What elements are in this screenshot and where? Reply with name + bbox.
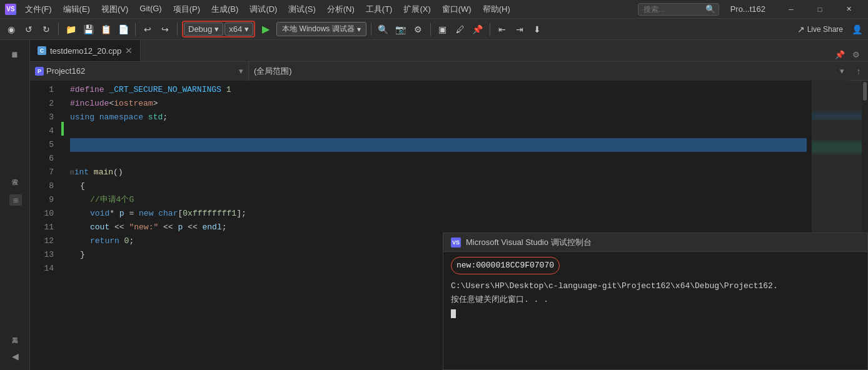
toolbar-btn-11[interactable]: ▣ — [435, 22, 450, 37]
token-comment: //申请4个G — [90, 193, 134, 207]
menu-test[interactable]: 测试(S) — [283, 2, 320, 16]
tab-settings-button[interactable]: ⚙ — [849, 48, 863, 61]
toolbar-btn-6[interactable]: 📋 — [98, 22, 113, 37]
run-button[interactable]: ▶ — [258, 21, 274, 38]
toolbar-btn-8[interactable]: 🔍 — [376, 22, 391, 37]
punct-bracket2: ]; — [236, 209, 246, 218]
title-bar-right: 🔍 Pro...t162 ─ □ ✕ — [638, 0, 863, 19]
punct-eq: = — [124, 209, 139, 218]
context-scope-selector[interactable]: (全局范围) ▾ — [249, 62, 849, 81]
toolbar-btn-15[interactable]: ⇥ — [512, 22, 527, 37]
platform-arrow: ▾ — [245, 24, 249, 34]
toolbar-btn-1[interactable]: ◉ — [4, 22, 19, 37]
scrollbar-thumb[interactable] — [863, 82, 867, 101]
token-gt: > — [153, 97, 158, 111]
maximize-button[interactable]: □ — [805, 0, 834, 19]
line-num-12: 12 — [30, 234, 54, 248]
menu-view[interactable]: 视图(V) — [96, 2, 133, 16]
fold-icon-7[interactable]: ⊟ — [70, 166, 74, 179]
tab-pin-button[interactable]: 📌 — [833, 48, 847, 61]
close-button[interactable]: ✕ — [834, 0, 863, 19]
menu-project[interactable]: 项目(P) — [168, 2, 205, 16]
menu-extensions[interactable]: 扩展(X) — [398, 2, 435, 16]
punct-semi: ; — [222, 222, 227, 232]
sep-1 — [58, 23, 59, 36]
tab-testdemo[interactable]: C testdemo12_20.cpp ✕ — [30, 40, 141, 61]
toolbar-btn-10[interactable]: ⚙ — [411, 22, 426, 37]
tab-label: testdemo12_20.cpp — [50, 46, 121, 56]
title-bar-left: VS 文件(F) 编辑(E) 视图(V) Git(G) 项目(P) 生成(B) … — [5, 2, 515, 16]
line-num-13: 13 — [30, 248, 54, 262]
sidebar-section-search[interactable]: 搜索 — [9, 169, 21, 179]
debug-console-title: VS Microsoft Visual Studio 调试控制台 — [443, 233, 867, 252]
live-share-button[interactable]: ↗ Live Share — [794, 23, 847, 36]
menu-build[interactable]: 生成(B) — [206, 2, 243, 16]
live-share-icon: ↗ — [797, 24, 805, 34]
toolbar-btn-5[interactable]: 💾 — [81, 22, 96, 37]
minimap-slider[interactable] — [812, 81, 862, 254]
debug-target-arrow: ▾ — [357, 25, 361, 34]
console-spacer — [451, 274, 860, 279]
title-text: Pro...t162 — [730, 4, 765, 14]
project-scope-selector[interactable]: P Project162 ▾ — [30, 62, 249, 81]
code-line-6 — [65, 152, 812, 166]
menu-window[interactable]: 窗口(W) — [437, 2, 477, 16]
vs-logo: VS — [5, 4, 16, 15]
console-prompt-line: 按任意键关闭此窗口. . . — [451, 293, 860, 307]
menu-file[interactable]: 文件(F) — [20, 2, 57, 16]
main-layout: 服务器资源管理器 搜索 ⊞ 工具箱 ◀ C testdemo12_20.cpp … — [0, 40, 868, 370]
line-num-7: 7 — [30, 166, 54, 179]
toolbar-btn-12[interactable]: 🖊 — [453, 22, 468, 37]
token-cout: cout << "new:" << p << endl; — [90, 221, 227, 234]
platform-selector[interactable]: x64 ▾ — [225, 22, 253, 36]
line-num-8: 8 — [30, 179, 54, 193]
debug-console-title-label: Microsoft Visual Studio 调试控制台 — [466, 237, 592, 248]
line-num-11: 11 — [30, 221, 54, 234]
toolbar-btn-4[interactable]: 📁 — [63, 22, 78, 37]
tab-close-button[interactable]: ✕ — [125, 46, 133, 56]
menu-help[interactable]: 帮助(H) — [478, 2, 515, 16]
toolbar-btn-7[interactable]: 📄 — [116, 22, 131, 37]
scope-nav-up[interactable]: ↑ — [849, 66, 868, 76]
scope-arrow-1: ▾ — [239, 66, 243, 76]
debug-config-selector[interactable]: Debug ▾ — [184, 22, 223, 36]
sidebar-section-1: 服务器资源管理器 — [9, 42, 20, 52]
menu-edit[interactable]: 编辑(E) — [58, 2, 95, 16]
menu-analyze[interactable]: 分析(N) — [322, 2, 360, 16]
debug-console-content: new:0000018CC9F07070 C:\Users\HP\Desktop… — [443, 252, 867, 326]
punct-lshift: << — [109, 222, 129, 232]
toolbar-btn-16[interactable]: ⬇ — [530, 22, 545, 37]
toolbar-btn-14[interactable]: ⇤ — [495, 22, 510, 37]
token-lt: < — [109, 97, 114, 111]
num-hex: 0xffffffff1 — [183, 209, 236, 218]
toolbar-btn-profile[interactable]: 👤 — [849, 22, 864, 37]
token-namespace: namespace — [99, 111, 148, 124]
undo-button[interactable]: ↩ — [140, 22, 155, 37]
code-line-2: #include<iostream> — [65, 97, 812, 111]
id-cout: cout — [90, 222, 109, 232]
token-main: main — [94, 166, 113, 179]
minimize-button[interactable]: ─ — [777, 0, 805, 19]
code-line-3: using namespace std; — [65, 111, 812, 124]
toolbar-btn-9[interactable]: 📷 — [393, 22, 408, 37]
line-num-4: 4 — [30, 124, 54, 138]
line-num-9: 9 — [30, 193, 54, 207]
debug-target-button[interactable]: 本地 Windows 调试器 ▾ — [276, 22, 366, 36]
menu-debug[interactable]: 调试(D) — [245, 2, 282, 16]
menu-bar: 文件(F) 编辑(E) 视图(V) Git(G) 项目(P) 生成(B) 调试(… — [20, 2, 515, 16]
sidebar-icon-arrow[interactable]: ◀ — [4, 345, 26, 368]
toolbar-btn-13[interactable]: 📌 — [470, 22, 485, 37]
punct-lshift3: << — [183, 222, 202, 232]
toolbar-btn-2[interactable]: ↺ — [21, 22, 36, 37]
sep-5 — [430, 23, 431, 36]
code-line-10: void* p = new char[0xffffffff1]; — [65, 207, 812, 221]
toolbar-btn-3[interactable]: ↻ — [39, 22, 54, 37]
menu-git[interactable]: Git(G) — [134, 2, 166, 16]
line-num-1: 1 — [30, 83, 54, 97]
toolbar-right: ↗ Live Share 👤 — [794, 22, 864, 37]
redo-button[interactable]: ↪ — [158, 22, 173, 37]
sidebar-icon-1[interactable]: ⊞ — [4, 189, 26, 211]
console-cursor-line — [451, 307, 860, 321]
sep-4 — [371, 23, 371, 36]
menu-tools[interactable]: 工具(T) — [361, 2, 398, 16]
